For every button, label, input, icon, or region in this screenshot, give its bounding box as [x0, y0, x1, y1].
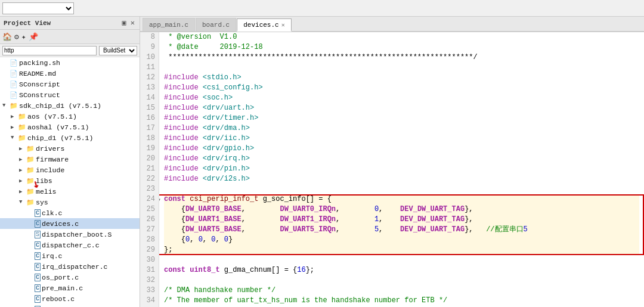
line-num-26: 26 [144, 215, 155, 225]
code-line-8: * @version V1.0 [164, 32, 639, 42]
tree-item-reboot[interactable]: Creboot.c [0, 293, 140, 304]
line-num-13: 13 [144, 83, 155, 93]
line-num-11: 11 [144, 63, 155, 73]
line-num-29: 29 [144, 245, 155, 255]
line-num-31: 31 [144, 265, 155, 275]
editor-area: app_main.cboard.cdevices.c✕ 891011121314… [140, 17, 644, 307]
tree-label-os_port: os_port.c [42, 274, 79, 281]
top-dropdown[interactable] [2, 2, 74, 14]
tree-icon-folder: 📁 [26, 145, 35, 153]
tree-arrow-melis: ▶ [19, 188, 25, 195]
code-line-34: /* The member of uart_tx_hs_num is the h… [164, 296, 639, 306]
tree-arrow-sys: ▼ [19, 199, 25, 205]
code-line-10: ****************************************… [164, 52, 639, 63]
tree-item-irq_dispatcher[interactable]: Cirq_dispatcher.c [0, 261, 140, 272]
code-line-26: {DW_UART1_BASE, DW_UART1_IRQn, 1, DEV_DW… [164, 215, 639, 225]
tree-arrow-include: ▶ [19, 167, 25, 173]
code-editor[interactable]: 8910111213141516171819202122232425262728… [140, 32, 644, 307]
tree-icon-folder: 📁 [26, 177, 35, 185]
tree-arrow-drivers: ▶ [19, 145, 25, 152]
panel-icons: ▣ ✕ [121, 18, 136, 28]
tree-icon-file: 📄 [10, 91, 18, 99]
star-icon[interactable]: ✦ [21, 32, 26, 42]
tree-label-irq_dispatcher: irq_dispatcher.c [42, 263, 107, 271]
tree-item-sconscript[interactable]: 📄SConscript [0, 79, 140, 89]
tree-icon-file-md: 📄 [10, 70, 18, 77]
tree-icon-file-s: S [35, 231, 41, 238]
tree-item-pre_main[interactable]: Cpre_main.c [0, 283, 140, 293]
code-line-22: #include <drv/i2s.h> [164, 174, 639, 184]
code-line-13: #include <csi_config.h> [164, 83, 639, 93]
tree-icon-file-c: C [35, 209, 41, 216]
tree-item-dispatcher_boot[interactable]: Sdispatcher_boot.S [0, 229, 140, 240]
tree-icon-folder: 📁 [26, 188, 35, 196]
tree-icon-file-c: C [35, 295, 41, 302]
tree-item-include[interactable]: ▶📁include [0, 165, 140, 175]
tree-icon-folder: 📁 [18, 123, 26, 131]
tab-label: app_main.c [149, 21, 188, 29]
tab-board_c[interactable]: board.c [196, 18, 236, 31]
tree-item-sys[interactable]: ▼📁sys [0, 197, 140, 207]
tree-item-chip_d1[interactable]: ▼📁chip_d1 (v7.5.1) [0, 132, 140, 143]
tree-item-sconstruct[interactable]: 📄SConstruct [0, 89, 140, 100]
code-line-33: /* DMA handshake number */ [164, 286, 639, 296]
line-numbers: 8910111213141516171819202122232425262728… [140, 32, 159, 307]
line-num-14: 14 [144, 93, 155, 103]
tree-item-firmware[interactable]: ▶📁firmware [0, 154, 140, 165]
tree-item-melis[interactable]: ▶📁melis [0, 186, 140, 197]
tree-item-riscv_csr[interactable]: Hriscv_csr.h [0, 304, 140, 307]
tree-arrow-aos: ▶ [11, 113, 17, 120]
tree-label-sconstruct: SConstruct [19, 91, 60, 99]
tree-item-readme[interactable]: 📄README.md [0, 68, 140, 79]
tree-label-devices_c: devices.c [42, 220, 79, 228]
pin-icon[interactable]: 📌 [29, 32, 38, 42]
line-num-16: 16 [144, 113, 155, 123]
settings-icon[interactable]: ⚙ [14, 32, 19, 42]
buildset-dropdown[interactable]: BuildSet [99, 46, 137, 55]
tree-item-aoshal[interactable]: ▶📁aoshal (v7.5.1) [0, 122, 140, 132]
tree-label-reboot: reboot.c [42, 295, 75, 303]
tree-icon-folder-chip: 📁 [10, 102, 18, 110]
tree-label-dispatcher_c: dispatcher_c.c [42, 241, 100, 249]
filter-input[interactable] [2, 46, 97, 55]
code-line-27: {DW_UART5_BASE, DW_UART5_IRQn, 5, DEV_DW… [164, 225, 639, 235]
tree-item-sdk_chip_d1[interactable]: ▼📁sdk_chip_d1 (v7.5.1) [0, 100, 140, 111]
line-num-15: 15 [144, 103, 155, 113]
tree-item-os_port[interactable]: Cos_port.c [0, 272, 140, 283]
tree-icon-file-sh: 📄 [10, 59, 18, 67]
tree-label-irq_c: irq.c [42, 252, 63, 260]
code-line-30 [164, 255, 639, 265]
line-num-20: 20 [144, 154, 155, 164]
tree-item-aos[interactable]: ▶📁aos (v7.5.1) [0, 111, 140, 122]
code-line-32 [164, 275, 639, 286]
tree-icon-file-c: C [35, 220, 41, 227]
tree-icon-folder: 📁 [26, 199, 35, 206]
tree-item-drivers[interactable]: ▶📁drivers [0, 143, 140, 154]
tree-item-devices_c[interactable]: Cdevices.c [0, 218, 140, 229]
tree-label-sys: sys [36, 199, 48, 206]
tab-close-devices_c[interactable]: ✕ [281, 21, 285, 29]
line-num-24: 24 [144, 194, 155, 204]
tree-label-sconscript: SConscript [19, 80, 60, 88]
tree-item-packing[interactable]: 📄packing.sh [0, 57, 140, 68]
tab-app_main[interactable]: app_main.c [143, 18, 195, 31]
project-panel: Project View ▣ ✕ 🏠 ⚙ ✦ 📌 BuildSet 📄packi… [0, 17, 140, 307]
line-num-23: 23 [144, 184, 155, 194]
line-num-12: 12 [144, 73, 155, 83]
home-icon[interactable]: 🏠 [2, 32, 12, 42]
tree-item-irq_c[interactable]: Cirq.c [0, 250, 140, 261]
restore-icon[interactable]: ▣ [121, 18, 128, 28]
tree-item-libs[interactable]: ▶📁libs [0, 175, 140, 186]
top-bar [0, 0, 644, 17]
tree-label-firmware: firmware [36, 156, 69, 163]
code-line-11 [164, 63, 639, 73]
tree-icon-file-c: C [35, 274, 41, 281]
line-num-18: 18 [144, 134, 155, 144]
tree-item-clk_c[interactable]: Cclk.c [0, 207, 140, 218]
fold-indicator[interactable]: ▼ [159, 196, 160, 206]
tab-devices_c[interactable]: devices.c✕ [237, 18, 291, 32]
tree-item-dispatcher_c[interactable]: Cdispatcher_c.c [0, 240, 140, 250]
line-num-19: 19 [144, 144, 155, 154]
close-panel-icon[interactable]: ✕ [129, 18, 136, 28]
tree-icon-file-c: C [35, 263, 41, 270]
